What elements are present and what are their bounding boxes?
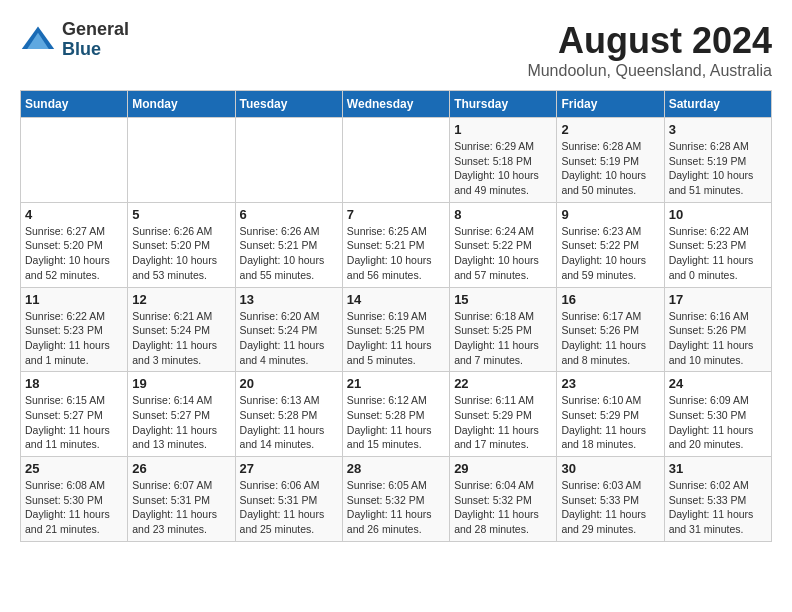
- day-number: 1: [454, 122, 552, 137]
- calendar-cell: 7Sunrise: 6:25 AM Sunset: 5:21 PM Daylig…: [342, 202, 449, 287]
- day-number: 25: [25, 461, 123, 476]
- day-header-thursday: Thursday: [450, 91, 557, 118]
- day-number: 14: [347, 292, 445, 307]
- day-number: 3: [669, 122, 767, 137]
- calendar-cell: 31Sunrise: 6:02 AM Sunset: 5:33 PM Dayli…: [664, 457, 771, 542]
- day-info: Sunrise: 6:22 AM Sunset: 5:23 PM Dayligh…: [669, 224, 767, 283]
- day-info: Sunrise: 6:19 AM Sunset: 5:25 PM Dayligh…: [347, 309, 445, 368]
- day-info: Sunrise: 6:12 AM Sunset: 5:28 PM Dayligh…: [347, 393, 445, 452]
- calendar-cell: 1Sunrise: 6:29 AM Sunset: 5:18 PM Daylig…: [450, 118, 557, 203]
- day-number: 11: [25, 292, 123, 307]
- calendar-cell: 20Sunrise: 6:13 AM Sunset: 5:28 PM Dayli…: [235, 372, 342, 457]
- week-row-4: 18Sunrise: 6:15 AM Sunset: 5:27 PM Dayli…: [21, 372, 772, 457]
- day-info: Sunrise: 6:24 AM Sunset: 5:22 PM Dayligh…: [454, 224, 552, 283]
- day-info: Sunrise: 6:16 AM Sunset: 5:26 PM Dayligh…: [669, 309, 767, 368]
- calendar-cell: 21Sunrise: 6:12 AM Sunset: 5:28 PM Dayli…: [342, 372, 449, 457]
- day-number: 10: [669, 207, 767, 222]
- header-row: SundayMondayTuesdayWednesdayThursdayFrid…: [21, 91, 772, 118]
- day-info: Sunrise: 6:27 AM Sunset: 5:20 PM Dayligh…: [25, 224, 123, 283]
- day-header-saturday: Saturday: [664, 91, 771, 118]
- day-info: Sunrise: 6:28 AM Sunset: 5:19 PM Dayligh…: [561, 139, 659, 198]
- day-number: 22: [454, 376, 552, 391]
- day-info: Sunrise: 6:29 AM Sunset: 5:18 PM Dayligh…: [454, 139, 552, 198]
- day-info: Sunrise: 6:18 AM Sunset: 5:25 PM Dayligh…: [454, 309, 552, 368]
- day-number: 18: [25, 376, 123, 391]
- week-row-1: 1Sunrise: 6:29 AM Sunset: 5:18 PM Daylig…: [21, 118, 772, 203]
- logo-text: General Blue: [62, 20, 129, 60]
- day-number: 16: [561, 292, 659, 307]
- calendar-cell: 4Sunrise: 6:27 AM Sunset: 5:20 PM Daylig…: [21, 202, 128, 287]
- day-info: Sunrise: 6:25 AM Sunset: 5:21 PM Dayligh…: [347, 224, 445, 283]
- calendar-cell: 26Sunrise: 6:07 AM Sunset: 5:31 PM Dayli…: [128, 457, 235, 542]
- day-number: 15: [454, 292, 552, 307]
- day-number: 12: [132, 292, 230, 307]
- calendar-cell: 23Sunrise: 6:10 AM Sunset: 5:29 PM Dayli…: [557, 372, 664, 457]
- day-number: 2: [561, 122, 659, 137]
- week-row-3: 11Sunrise: 6:22 AM Sunset: 5:23 PM Dayli…: [21, 287, 772, 372]
- calendar-subtitle: Mundoolun, Queensland, Australia: [527, 62, 772, 80]
- day-number: 13: [240, 292, 338, 307]
- day-info: Sunrise: 6:02 AM Sunset: 5:33 PM Dayligh…: [669, 478, 767, 537]
- calendar-cell: 16Sunrise: 6:17 AM Sunset: 5:26 PM Dayli…: [557, 287, 664, 372]
- calendar-cell: 30Sunrise: 6:03 AM Sunset: 5:33 PM Dayli…: [557, 457, 664, 542]
- day-number: 17: [669, 292, 767, 307]
- calendar-cell: 11Sunrise: 6:22 AM Sunset: 5:23 PM Dayli…: [21, 287, 128, 372]
- day-info: Sunrise: 6:07 AM Sunset: 5:31 PM Dayligh…: [132, 478, 230, 537]
- calendar-cell: 2Sunrise: 6:28 AM Sunset: 5:19 PM Daylig…: [557, 118, 664, 203]
- day-number: 4: [25, 207, 123, 222]
- day-info: Sunrise: 6:08 AM Sunset: 5:30 PM Dayligh…: [25, 478, 123, 537]
- day-header-sunday: Sunday: [21, 91, 128, 118]
- day-number: 27: [240, 461, 338, 476]
- calendar-cell: 15Sunrise: 6:18 AM Sunset: 5:25 PM Dayli…: [450, 287, 557, 372]
- day-number: 9: [561, 207, 659, 222]
- day-number: 26: [132, 461, 230, 476]
- day-number: 20: [240, 376, 338, 391]
- day-info: Sunrise: 6:09 AM Sunset: 5:30 PM Dayligh…: [669, 393, 767, 452]
- day-number: 30: [561, 461, 659, 476]
- calendar-cell: 12Sunrise: 6:21 AM Sunset: 5:24 PM Dayli…: [128, 287, 235, 372]
- page-header: General Blue August 2024 Mundoolun, Quee…: [20, 20, 772, 80]
- day-info: Sunrise: 6:26 AM Sunset: 5:20 PM Dayligh…: [132, 224, 230, 283]
- day-info: Sunrise: 6:04 AM Sunset: 5:32 PM Dayligh…: [454, 478, 552, 537]
- day-header-friday: Friday: [557, 91, 664, 118]
- calendar-cell: 18Sunrise: 6:15 AM Sunset: 5:27 PM Dayli…: [21, 372, 128, 457]
- day-info: Sunrise: 6:20 AM Sunset: 5:24 PM Dayligh…: [240, 309, 338, 368]
- day-number: 24: [669, 376, 767, 391]
- calendar-cell: 28Sunrise: 6:05 AM Sunset: 5:32 PM Dayli…: [342, 457, 449, 542]
- day-info: Sunrise: 6:03 AM Sunset: 5:33 PM Dayligh…: [561, 478, 659, 537]
- calendar-cell: 29Sunrise: 6:04 AM Sunset: 5:32 PM Dayli…: [450, 457, 557, 542]
- calendar-cell: 9Sunrise: 6:23 AM Sunset: 5:22 PM Daylig…: [557, 202, 664, 287]
- day-info: Sunrise: 6:14 AM Sunset: 5:27 PM Dayligh…: [132, 393, 230, 452]
- day-number: 7: [347, 207, 445, 222]
- day-info: Sunrise: 6:23 AM Sunset: 5:22 PM Dayligh…: [561, 224, 659, 283]
- day-info: Sunrise: 6:21 AM Sunset: 5:24 PM Dayligh…: [132, 309, 230, 368]
- day-number: 28: [347, 461, 445, 476]
- calendar-cell: 3Sunrise: 6:28 AM Sunset: 5:19 PM Daylig…: [664, 118, 771, 203]
- title-block: August 2024 Mundoolun, Queensland, Austr…: [527, 20, 772, 80]
- week-row-2: 4Sunrise: 6:27 AM Sunset: 5:20 PM Daylig…: [21, 202, 772, 287]
- week-row-5: 25Sunrise: 6:08 AM Sunset: 5:30 PM Dayli…: [21, 457, 772, 542]
- day-number: 29: [454, 461, 552, 476]
- calendar-cell: 13Sunrise: 6:20 AM Sunset: 5:24 PM Dayli…: [235, 287, 342, 372]
- calendar-cell: 19Sunrise: 6:14 AM Sunset: 5:27 PM Dayli…: [128, 372, 235, 457]
- logo-general: General: [62, 19, 129, 39]
- day-number: 19: [132, 376, 230, 391]
- calendar-table: SundayMondayTuesdayWednesdayThursdayFrid…: [20, 90, 772, 542]
- day-info: Sunrise: 6:26 AM Sunset: 5:21 PM Dayligh…: [240, 224, 338, 283]
- day-info: Sunrise: 6:22 AM Sunset: 5:23 PM Dayligh…: [25, 309, 123, 368]
- day-info: Sunrise: 6:05 AM Sunset: 5:32 PM Dayligh…: [347, 478, 445, 537]
- day-info: Sunrise: 6:06 AM Sunset: 5:31 PM Dayligh…: [240, 478, 338, 537]
- day-info: Sunrise: 6:15 AM Sunset: 5:27 PM Dayligh…: [25, 393, 123, 452]
- calendar-cell: [21, 118, 128, 203]
- day-number: 31: [669, 461, 767, 476]
- calendar-cell: [342, 118, 449, 203]
- calendar-cell: [128, 118, 235, 203]
- calendar-cell: [235, 118, 342, 203]
- day-number: 8: [454, 207, 552, 222]
- calendar-cell: 24Sunrise: 6:09 AM Sunset: 5:30 PM Dayli…: [664, 372, 771, 457]
- day-header-monday: Monday: [128, 91, 235, 118]
- calendar-cell: 25Sunrise: 6:08 AM Sunset: 5:30 PM Dayli…: [21, 457, 128, 542]
- calendar-cell: 14Sunrise: 6:19 AM Sunset: 5:25 PM Dayli…: [342, 287, 449, 372]
- day-info: Sunrise: 6:17 AM Sunset: 5:26 PM Dayligh…: [561, 309, 659, 368]
- calendar-title: August 2024: [527, 20, 772, 62]
